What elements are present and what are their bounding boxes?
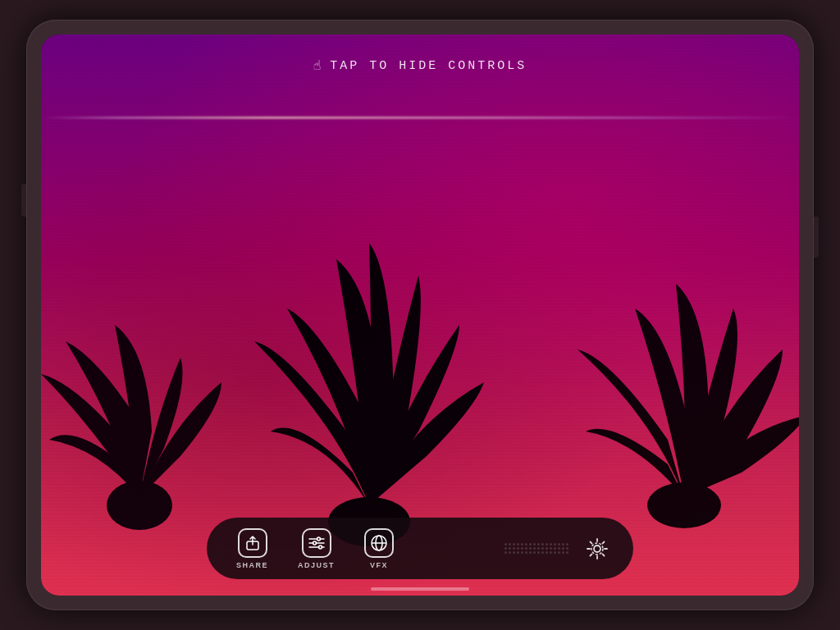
adjust-button[interactable]: ADJUST xyxy=(285,522,348,576)
speaker-dot xyxy=(562,551,564,554)
device: ☝ TAP TO HIDE CONTROLS SHARE xyxy=(26,20,814,610)
speaker-dot xyxy=(509,543,511,546)
speaker-dot xyxy=(504,547,507,550)
control-buttons: SHARE xyxy=(223,522,495,576)
speaker-dot xyxy=(529,547,532,550)
settings-button[interactable] xyxy=(578,529,617,568)
palm-center xyxy=(205,177,533,546)
vfx-icon xyxy=(364,528,394,558)
speaker-dot xyxy=(513,547,515,550)
speaker-dot xyxy=(558,551,560,554)
tap-hint[interactable]: ☝ TAP TO HIDE CONTROLS xyxy=(313,57,527,74)
speaker-dot xyxy=(537,551,540,554)
speaker-dot xyxy=(513,551,515,554)
speaker-dot xyxy=(566,543,568,546)
speaker-dot xyxy=(517,551,519,554)
speaker-dot xyxy=(525,551,527,554)
speaker-dot xyxy=(537,543,540,546)
speaker-dot xyxy=(521,543,523,546)
speaker-dot xyxy=(566,547,568,550)
speaker-dot xyxy=(546,547,548,550)
share-label: SHARE xyxy=(236,561,268,569)
speaker-dot xyxy=(509,551,511,554)
water-horizon xyxy=(41,116,799,119)
speaker-dot xyxy=(566,551,568,554)
power-button[interactable] xyxy=(814,217,819,258)
speaker-dot xyxy=(550,551,552,554)
speaker-dot xyxy=(521,551,523,554)
svg-point-5 xyxy=(313,541,316,545)
speaker-dot xyxy=(517,543,519,546)
adjust-icon xyxy=(302,528,331,558)
vfx-button[interactable]: VFX xyxy=(351,522,407,576)
speaker-dot xyxy=(509,547,511,550)
share-button[interactable]: SHARE xyxy=(223,522,281,576)
share-icon xyxy=(238,528,267,558)
speaker-dot xyxy=(541,543,544,546)
speaker-dot xyxy=(533,543,536,546)
speaker-dot xyxy=(554,551,556,554)
speaker-dot xyxy=(546,543,548,546)
vfx-label: VFX xyxy=(370,561,388,569)
speaker-dot xyxy=(554,547,556,550)
tap-icon: ☝ xyxy=(313,57,324,74)
svg-point-6 xyxy=(318,546,322,549)
speaker-grille: // Will be generated by template script … xyxy=(504,532,569,565)
speaker-dot xyxy=(517,547,519,550)
speaker-dot xyxy=(558,547,560,550)
palm-right xyxy=(536,202,799,530)
speaker-dot xyxy=(533,547,536,550)
svg-point-11 xyxy=(591,543,603,555)
control-bar: SHARE xyxy=(207,518,633,579)
speaker-dot xyxy=(521,547,523,550)
speaker-dot xyxy=(558,543,560,546)
speaker-dot xyxy=(541,547,544,550)
speaker-dot xyxy=(537,547,540,550)
speaker-dot xyxy=(513,543,515,546)
speaker-dot xyxy=(550,547,552,550)
speaker-dot xyxy=(562,543,564,546)
speaker-dot xyxy=(504,543,507,546)
speaker-dot xyxy=(525,543,527,546)
speaker-dot xyxy=(529,551,532,554)
speaker-dot xyxy=(546,551,548,554)
svg-point-4 xyxy=(317,537,320,541)
svg-point-10 xyxy=(594,546,600,552)
home-indicator xyxy=(371,587,469,591)
adjust-label: ADJUST xyxy=(298,561,335,569)
speaker-dot xyxy=(541,551,544,554)
volume-button[interactable] xyxy=(21,184,26,217)
speaker-dot xyxy=(529,543,532,546)
speaker-dot xyxy=(562,547,564,550)
speaker-dot xyxy=(525,547,527,550)
speaker-dot xyxy=(554,543,556,546)
screen: ☝ TAP TO HIDE CONTROLS SHARE xyxy=(41,34,799,596)
speaker-dot xyxy=(550,543,552,546)
speaker-dot xyxy=(504,551,507,554)
tap-hint-text: TAP TO HIDE CONTROLS xyxy=(330,59,527,73)
speaker-dot xyxy=(533,551,536,554)
